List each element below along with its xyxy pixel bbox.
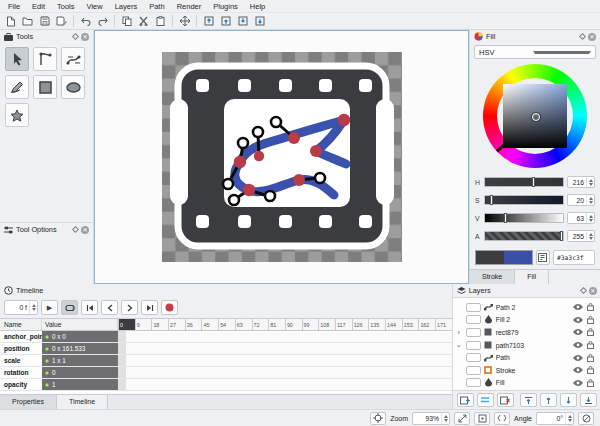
lower-to-bottom-button[interactable]	[580, 393, 597, 407]
color-space-select[interactable]: HSV	[474, 45, 596, 59]
timeline-track[interactable]	[118, 367, 452, 378]
freehand-tool-button[interactable]	[5, 75, 29, 99]
lock-icon[interactable]	[586, 303, 596, 311]
layer-row-rect879[interactable]: › rect879	[453, 326, 600, 339]
expander-expanded[interactable]: ⌄	[455, 341, 463, 349]
visibility-eye-icon[interactable]	[573, 355, 583, 361]
keyframe-indicator[interactable]	[45, 335, 49, 339]
close-panel-icon[interactable]: ✕	[81, 226, 89, 234]
tab-properties[interactable]: Properties	[0, 395, 57, 409]
layer-row-path-2[interactable]: Path 2	[453, 301, 600, 314]
lower-button[interactable]	[560, 393, 577, 407]
raise-button[interactable]	[540, 393, 557, 407]
expander-collapsed[interactable]: ›	[455, 329, 463, 336]
close-panel-icon[interactable]: ✕	[81, 33, 89, 41]
column-header-name[interactable]: Name	[0, 319, 42, 330]
layer-checkbox[interactable]	[466, 315, 481, 324]
lock-icon[interactable]	[586, 328, 596, 336]
visibility-eye-icon[interactable]	[573, 342, 583, 348]
lock-icon[interactable]	[586, 366, 596, 374]
crosshair-icon[interactable]	[370, 412, 386, 425]
color-wheel[interactable]	[483, 64, 587, 168]
alpha-spinbox[interactable]: 255	[567, 230, 595, 242]
paste-icon[interactable]	[153, 14, 168, 28]
menu-render[interactable]: Render	[171, 0, 208, 12]
ellipse-tool-button[interactable]	[61, 75, 85, 99]
layer-row-path[interactable]: Path	[453, 351, 600, 364]
lock-icon[interactable]	[586, 379, 596, 387]
menu-help[interactable]: Help	[244, 0, 271, 12]
lock-icon[interactable]	[586, 316, 596, 324]
edit-nodes-tool-button[interactable]	[33, 47, 57, 71]
canvas[interactable]	[94, 30, 469, 284]
keyframe-indicator[interactable]	[45, 359, 49, 363]
saturation-slider[interactable]	[484, 195, 564, 205]
add-to-palette-button[interactable]	[536, 250, 550, 265]
tab-timeline[interactable]: Timeline	[57, 395, 108, 409]
new-document-icon[interactable]	[3, 14, 18, 28]
value-slider[interactable]	[484, 213, 564, 223]
property-row-opacity[interactable]: opacity 1	[0, 379, 452, 391]
menu-view[interactable]: View	[81, 0, 109, 12]
go-last-frame-button[interactable]	[141, 300, 158, 315]
menu-path[interactable]: Path	[143, 0, 170, 12]
hue-slider[interactable]	[484, 177, 564, 187]
timeline-track[interactable]	[118, 379, 452, 390]
alpha-slider[interactable]	[484, 231, 564, 241]
visibility-eye-icon[interactable]	[573, 317, 583, 323]
sv-cursor[interactable]	[532, 113, 540, 121]
lock-icon[interactable]	[586, 341, 596, 349]
loop-button[interactable]	[61, 300, 78, 315]
previous-frame-button[interactable]	[101, 300, 118, 315]
column-header-value[interactable]: Value	[42, 319, 118, 330]
menu-tools[interactable]: Tools	[51, 0, 81, 12]
visibility-eye-icon[interactable]	[573, 380, 583, 386]
save-icon[interactable]	[37, 14, 52, 28]
float-panel-icon[interactable]	[72, 226, 79, 233]
layer-checkbox[interactable]	[466, 353, 481, 362]
lock-icon[interactable]	[586, 354, 596, 362]
layer-raise-icon[interactable]	[218, 14, 233, 28]
property-row-rotation[interactable]: rotation 0	[0, 367, 452, 379]
close-panel-icon[interactable]: ✕	[588, 33, 596, 41]
menu-layers[interactable]: Layers	[109, 0, 144, 12]
duplicate-layer-button[interactable]	[477, 393, 494, 407]
timeline-track[interactable]	[118, 343, 452, 354]
keyframe-indicator[interactable]	[45, 383, 49, 387]
layer-checkbox[interactable]	[466, 366, 481, 375]
open-icon[interactable]	[20, 14, 35, 28]
tab-fill[interactable]: Fill	[515, 270, 549, 284]
cut-icon[interactable]	[136, 14, 151, 28]
property-row-position[interactable]: position 0 x 161.533	[0, 343, 452, 355]
visibility-eye-icon[interactable]	[573, 367, 583, 373]
layer-row-fill-2[interactable]: Fill 2	[453, 314, 600, 327]
float-panel-icon[interactable]	[72, 33, 79, 40]
play-button[interactable]: ▶	[41, 300, 58, 315]
menu-plugins[interactable]: Plugins	[207, 0, 244, 12]
float-panel-icon[interactable]	[579, 33, 586, 40]
expand-view-icon[interactable]	[494, 412, 510, 425]
layer-checkbox[interactable]	[466, 303, 481, 312]
tab-stroke[interactable]: Stroke	[470, 270, 515, 284]
copy-icon[interactable]	[119, 14, 134, 28]
property-row-scale[interactable]: scale 1 x 1	[0, 355, 452, 367]
keyframe-indicator[interactable]	[45, 371, 49, 375]
star-tool-button[interactable]	[5, 103, 29, 127]
property-row-anchor-point[interactable]: anchor_point 0 x 0	[0, 331, 452, 343]
timeline-track[interactable]	[118, 331, 452, 342]
transform-move-icon[interactable]	[177, 14, 192, 28]
visibility-eye-icon[interactable]	[573, 329, 583, 335]
select-tool-button[interactable]	[5, 47, 29, 71]
zoom-fit-icon[interactable]	[454, 412, 470, 425]
layer-lower-icon[interactable]	[235, 14, 250, 28]
layer-row-fill[interactable]: Fill	[453, 377, 600, 390]
raise-to-top-button[interactable]	[520, 393, 537, 407]
add-layer-button[interactable]	[457, 393, 474, 407]
visibility-eye-icon[interactable]	[573, 304, 583, 310]
go-first-frame-button[interactable]	[81, 300, 98, 315]
rectangle-tool-button[interactable]	[33, 75, 57, 99]
redo-icon[interactable]	[95, 14, 110, 28]
frame-spinbox[interactable]: 0 f	[4, 300, 38, 315]
draw-bezier-tool-button[interactable]	[61, 47, 85, 71]
angle-spinbox[interactable]: 0°	[536, 412, 574, 425]
